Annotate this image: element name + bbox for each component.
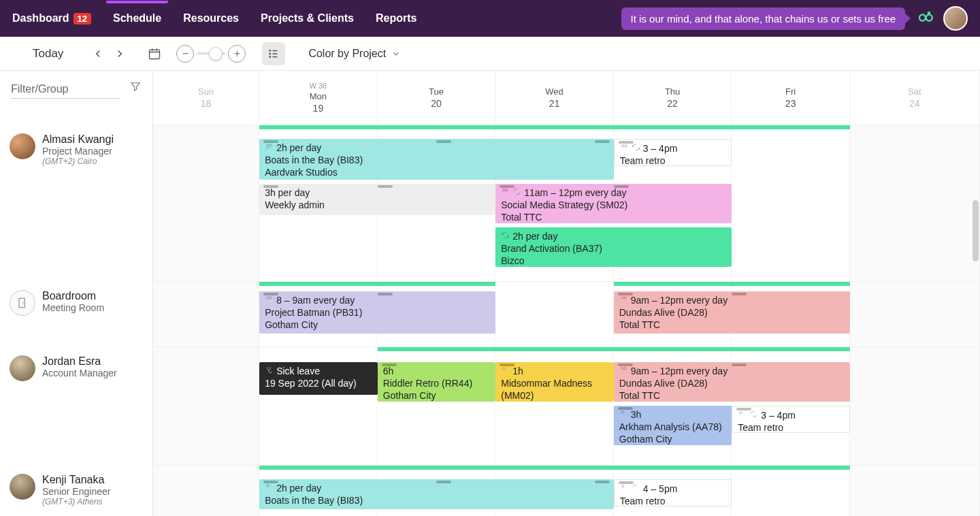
svg-point-18 <box>621 368 623 370</box>
top-nav: Dashboard 12 Schedule Resources Projects… <box>0 0 980 37</box>
calendar-icon[interactable] <box>148 47 161 61</box>
nav-dashboard[interactable]: Dashboard 12 <box>12 12 91 25</box>
booking-block[interactable]: 2h per day Boats in the Bay (BI83) <box>259 479 614 509</box>
filter-icon[interactable] <box>129 80 142 95</box>
repeat-icon <box>501 230 510 242</box>
calendar-area: Sun18W 38Mon19Tue20Wed21Thu22Fri23Sat24 … <box>153 71 980 516</box>
svg-rect-1 <box>150 50 160 59</box>
nav-schedule[interactable]: Schedule <box>113 12 161 25</box>
svg-point-6 <box>22 302 24 304</box>
booking-block[interactable]: Sick leave 19 Sep 2022 (All day) <box>259 362 378 395</box>
booking-block[interactable]: 2h per day Brand Activation (BA37) Bizco <box>495 227 732 267</box>
next-button[interactable] <box>114 48 126 60</box>
people-icon <box>265 294 274 306</box>
svg-point-7 <box>267 144 269 146</box>
booking-block[interactable]: 2h per day Boats in the Bay (BI83) Aardv… <box>259 139 614 180</box>
repeat-icon <box>512 187 521 199</box>
prev-button[interactable] <box>92 48 104 60</box>
user-avatar[interactable] <box>943 6 968 31</box>
resource-row[interactable]: Kenji Tanaka Senior Engineer (GMT+3) Ath… <box>0 466 152 516</box>
resource-role: Project Manager <box>42 146 114 157</box>
nav-projects-clients[interactable]: Projects & Clients <box>261 12 354 25</box>
resource-lane: 2h per day Boats in the Bay (BI83) 4 – 5… <box>153 466 980 516</box>
people-icon <box>265 142 274 154</box>
resource-row[interactable]: Jordan Esra Account Manager <box>0 347 152 466</box>
repeat-icon <box>749 409 758 421</box>
quote-banner: It is our mind, and that alone, that cha… <box>621 7 905 30</box>
day-column: Sat24 <box>850 71 980 125</box>
people-icon <box>501 365 510 377</box>
booking-block[interactable]: 6h Riddler Retro (RR44) Gotham City <box>378 362 496 402</box>
room-icon <box>10 290 35 316</box>
toolbar: Today − + Color by Project <box>0 37 980 71</box>
infinity-icon[interactable] <box>915 8 934 29</box>
day-column: Fri23 <box>732 71 850 125</box>
day-column: W 38Mon19 <box>259 71 378 125</box>
list-toggle[interactable] <box>262 42 285 65</box>
booking-block[interactable]: 3h per day Weekly admin <box>259 184 495 215</box>
booking-block[interactable]: 3 – 4pm Team retro <box>614 139 732 166</box>
booking-block[interactable]: 4 – 5pm Team retro <box>614 479 732 506</box>
nav-resources[interactable]: Resources <box>183 12 239 25</box>
svg-point-9 <box>621 145 623 147</box>
svg-point-11 <box>503 189 505 191</box>
medical-icon <box>265 365 274 377</box>
dashboard-badge: 12 <box>74 13 91 25</box>
people-icon <box>619 408 628 421</box>
booking-block[interactable]: 3h Arkham Analysis (AA78) Gotham City <box>614 406 732 445</box>
booking-block[interactable]: 1h Midsommar Madness (MM02) Swedish Spir… <box>495 362 614 402</box>
svg-point-21 <box>740 412 742 414</box>
resource-lane: Sick leave 19 Sep 2022 (All day) 6h Ridd… <box>153 347 980 466</box>
resource-sidebar: Almasi Kwangi Project Manager (GMT+2) Ca… <box>0 71 153 516</box>
booking-block[interactable]: 11am – 12pm every day Social Media Strat… <box>495 184 732 223</box>
svg-point-2 <box>270 50 271 51</box>
day-column: Thu22 <box>614 71 732 125</box>
booking-block[interactable]: 9am – 12pm every day Dundas Alive (DA28)… <box>614 291 850 334</box>
resource-name: Jordan Esra <box>42 355 117 368</box>
repeat-icon <box>632 142 640 155</box>
day-header-row: Sun18W 38Mon19Tue20Wed21Thu22Fri23Sat24 <box>153 71 980 125</box>
people-icon <box>265 482 274 494</box>
booking-block[interactable]: 3 – 4pm Team retro <box>732 406 850 433</box>
repeat-icon <box>632 483 640 495</box>
day-column: Sun18 <box>153 71 259 125</box>
svg-point-13 <box>267 297 269 299</box>
svg-point-17 <box>503 368 505 370</box>
svg-point-3 <box>270 52 271 54</box>
resource-role: Senior Engineer <box>42 486 110 497</box>
color-by-dropdown[interactable]: Color by Project <box>308 48 401 60</box>
svg-point-8 <box>270 144 272 146</box>
zoom-out-button[interactable]: − <box>176 45 194 63</box>
svg-point-4 <box>270 56 271 57</box>
resource-lane: 2h per day Boats in the Bay (BI83) Aardv… <box>153 125 980 282</box>
booking-block[interactable]: 9am – 12pm every day Dundas Alive (DA28)… <box>614 362 850 402</box>
resource-lane: 8 – 9am every day Project Batman (PB31) … <box>153 282 980 347</box>
svg-point-23 <box>621 485 623 487</box>
people-icon <box>619 294 628 306</box>
nav-reports[interactable]: Reports <box>376 12 416 25</box>
svg-point-22 <box>267 485 269 487</box>
today-button[interactable]: Today <box>33 47 63 61</box>
resource-tz: (GMT+2) Cairo <box>42 157 114 166</box>
day-column: Tue20 <box>378 71 496 125</box>
svg-point-19 <box>624 368 626 370</box>
booking-block[interactable]: 8 – 9am every day Project Batman (PB31) … <box>259 291 495 334</box>
svg-rect-5 <box>19 298 24 307</box>
day-column: Wed21 <box>495 71 614 125</box>
svg-point-15 <box>621 297 623 299</box>
resource-name: Almasi Kwangi <box>42 133 114 146</box>
zoom-in-button[interactable]: + <box>228 45 246 63</box>
resource-role: Meeting Room <box>42 302 104 313</box>
resource-row[interactable]: Almasi Kwangi Project Manager (GMT+2) Ca… <box>0 125 152 282</box>
svg-point-0 <box>928 11 931 14</box>
people-icon <box>620 483 629 495</box>
scrollbar[interactable] <box>973 200 979 261</box>
svg-point-20 <box>621 411 623 413</box>
resource-row[interactable]: Boardroom Meeting Room <box>0 282 152 347</box>
resource-role: Account Manager <box>42 368 117 378</box>
zoom-slider[interactable] <box>197 52 225 54</box>
filter-input[interactable] <box>11 80 120 99</box>
resource-name: Boardroom <box>42 290 104 302</box>
people-icon <box>619 365 628 377</box>
resource-name: Kenji Tanaka <box>42 474 110 486</box>
